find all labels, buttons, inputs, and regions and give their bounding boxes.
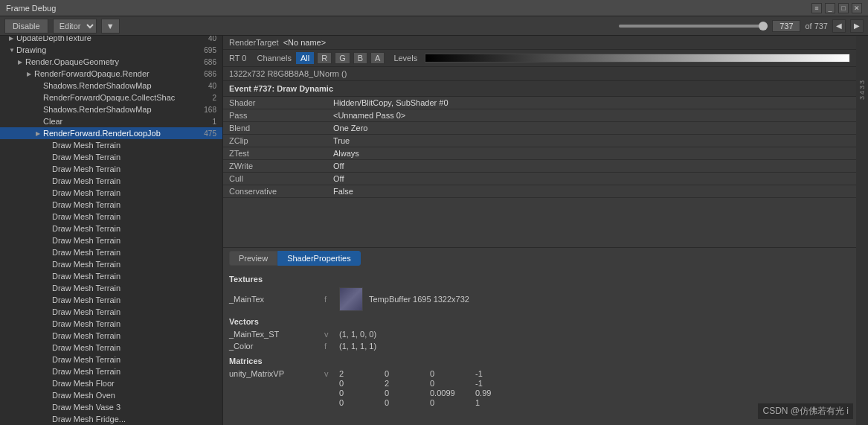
property-value: <Unnamed Pass 0> — [333, 111, 850, 120]
matrix-cell: 2 — [385, 379, 429, 388]
tree-item[interactable]: Draw Mesh Terrain — [0, 175, 222, 187]
tree-item[interactable]: ▶Render.OpaqueGeometry686 — [0, 56, 222, 68]
tree-item[interactable]: ▼Drawing695 — [0, 44, 222, 56]
tab-shader-props-btn[interactable]: ShaderProperties — [277, 251, 361, 266]
dropdown-button[interactable]: ▼ — [101, 19, 120, 33]
main-container: Disable Editor ▼ of 737 ◀ ▶ ▶Camera.Rend… — [0, 16, 868, 425]
tree-item[interactable]: Draw Mesh Terrain — [0, 306, 222, 318]
tree-item[interactable]: Draw Mesh Terrain — [0, 258, 222, 270]
tree-item[interactable]: Draw Mesh Terrain — [0, 151, 222, 163]
ch-a-btn[interactable]: A — [370, 52, 385, 64]
matrix-cell: 0 — [430, 398, 475, 407]
tree-indent — [0, 176, 45, 185]
property-row: CullOff — [223, 173, 856, 185]
tree-item[interactable]: Draw Mesh Terrain — [0, 318, 222, 330]
tree-item[interactable]: Draw Mesh Terrain — [0, 163, 222, 175]
tree-item[interactable]: Draw Mesh Terrain — [0, 330, 222, 342]
nav-prev-btn[interactable]: ◀ — [832, 19, 846, 33]
tree-item[interactable]: Draw Mesh Terrain — [0, 234, 222, 246]
tree-item[interactable]: Draw Mesh Terrain — [0, 187, 222, 199]
tree-item[interactable]: Draw Mesh Terrain — [0, 354, 222, 365]
tree-item-name: Draw Mesh Terrain — [52, 319, 202, 328]
editor-select[interactable]: Editor — [53, 19, 97, 33]
disable-button[interactable]: Disable — [4, 19, 48, 33]
format-text: 1322x732 R8G8B8A8_UNorm () — [229, 69, 347, 78]
matrix-cell: 0 — [385, 398, 429, 407]
tree-item[interactable]: Draw Mesh Terrain — [0, 294, 222, 306]
tree-item[interactable]: Draw Mesh Floor — [0, 377, 222, 389]
levels-label: Levels — [393, 54, 417, 63]
slider-track[interactable] — [619, 25, 768, 28]
tree-item[interactable]: Draw Mesh Terrain — [0, 139, 222, 151]
tree-item[interactable]: ▶UpdateDepthTexture40 — [0, 36, 222, 44]
property-key: Cull — [229, 174, 333, 183]
matrix-cell: 0 — [339, 398, 384, 407]
tree-item-name: Render.OpaqueGeometry — [25, 57, 201, 66]
tree-indent — [0, 236, 45, 245]
tree-item[interactable]: Draw Mesh Terrain — [0, 199, 222, 211]
tree-indent — [0, 164, 45, 173]
tree-item-count: 686 — [204, 58, 219, 66]
matrix-row: unity_MatrixVPv200-1020-1000.00990.99000… — [229, 368, 850, 409]
tree-item-name: Draw Mesh Floor — [52, 379, 202, 388]
matrix-grid: 200-1020-1000.00990.990001 — [339, 369, 520, 407]
tree-item[interactable]: Draw Mesh Terrain — [0, 282, 222, 294]
tree-item[interactable]: Draw Mesh Fridge... — [0, 413, 222, 425]
menu-btn[interactable]: ≡ — [811, 3, 822, 13]
tree-item[interactable]: Draw Mesh Terrain — [0, 223, 222, 234]
tree-item[interactable]: Draw Mesh Terrain — [0, 211, 222, 223]
tree-item-name: Draw Mesh Terrain — [52, 295, 202, 304]
tree-indent — [0, 200, 45, 209]
render-target-label: RenderTarget — [229, 38, 279, 47]
property-key: ZClip — [229, 136, 333, 145]
tree-item[interactable]: ▶RenderForward.RenderLoopJob475 — [0, 127, 222, 139]
title-bar-text: Frame Debug — [6, 4, 56, 13]
tree-arrow-icon: ▼ — [9, 47, 16, 54]
tree-item-count: 168 — [204, 106, 219, 114]
tree-item[interactable]: RenderForwardOpaque.CollectShac2 — [0, 92, 222, 103]
tree-item-count: 475 — [204, 130, 219, 138]
matrix-cell: 0.99 — [475, 389, 520, 397]
tree-item[interactable]: Shadows.RenderShadowMap168 — [0, 103, 222, 115]
tree-item[interactable]: Draw Mesh Terrain — [0, 365, 222, 377]
tree-item-name: Draw Mesh Terrain — [52, 343, 202, 352]
ch-all-btn[interactable]: All — [296, 52, 314, 64]
tree-item-name: Draw Mesh Terrain — [52, 307, 202, 316]
tree-item-name: Draw Mesh Terrain — [52, 355, 202, 364]
slider-thumb[interactable] — [759, 22, 768, 31]
tree-item-name: Draw Mesh Terrain — [52, 188, 202, 197]
properties-container: ShaderHidden/BlitCopy, SubShader #0Pass<… — [223, 97, 856, 247]
vector-row: _Colorf(1, 1, 1, 1) — [229, 340, 850, 352]
tree-indent — [0, 284, 45, 293]
nav-next-btn[interactable]: ▶ — [850, 19, 864, 33]
tree-item[interactable]: Draw Mesh Terrain — [0, 246, 222, 258]
maximize-btn[interactable]: □ — [838, 3, 849, 13]
ch-r-btn[interactable]: R — [317, 52, 332, 64]
tree-item-name: Shadows.RenderShadowMap — [43, 81, 202, 90]
tree-item-name: Drawing — [16, 45, 201, 54]
minimize-btn[interactable]: _ — [825, 3, 835, 13]
property-row: ConservativeFalse — [223, 185, 856, 198]
matrix-cell: -1 — [475, 379, 520, 388]
tree-item[interactable]: Shadows.RenderShadowMap40 — [0, 80, 222, 92]
vector-type: v — [324, 330, 333, 339]
close-btn[interactable]: ✕ — [852, 3, 862, 13]
tree-item[interactable]: Draw Mesh Vase 3 — [0, 401, 222, 413]
tree-item[interactable]: Draw Mesh Terrain — [0, 270, 222, 282]
matrix-cell: 0 — [339, 379, 384, 388]
tree-item[interactable]: Draw Mesh Oven — [0, 389, 222, 401]
ch-g-btn[interactable]: G — [335, 52, 350, 64]
tree-item[interactable]: ▶RenderForwardOpaque.Render686 — [0, 68, 222, 80]
tree-item[interactable]: Draw Mesh Terrain — [0, 342, 222, 354]
ch-b-btn[interactable]: B — [353, 52, 367, 64]
slider-value-input[interactable] — [772, 20, 800, 32]
event-header: Event #737: Draw Dynamic — [223, 81, 856, 97]
tree-item[interactable]: Clear1 — [0, 115, 222, 127]
tab-preview-btn[interactable]: Preview — [229, 251, 277, 266]
tree-arrow-icon: ▶ — [36, 130, 43, 137]
tree-indent — [0, 260, 45, 269]
title-bar: Frame Debug ≡ _ □ ✕ — [0, 0, 868, 16]
tree-item-count: 2 — [205, 94, 219, 102]
tree-item-name: Draw Mesh Terrain — [52, 224, 202, 233]
tree-indent — [0, 367, 45, 376]
